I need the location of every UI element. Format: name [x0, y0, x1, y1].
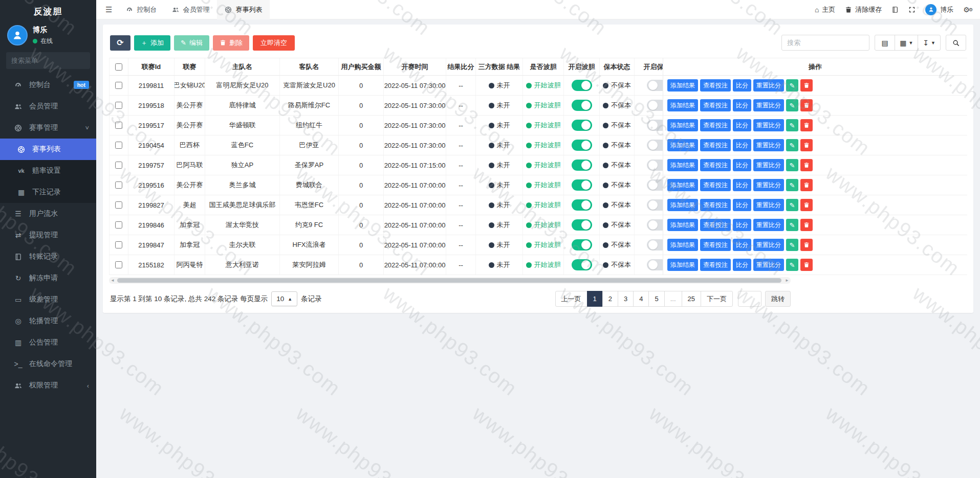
- sidebar-item-match-list[interactable]: 赛事列表: [0, 139, 96, 160]
- action-score-button[interactable]: 比分: [733, 79, 751, 92]
- columns-button[interactable]: ▦▼: [895, 35, 918, 51]
- action-score-button[interactable]: 比分: [733, 259, 751, 271]
- action-score-button[interactable]: 比分: [733, 99, 751, 111]
- bodan-toggle[interactable]: [572, 120, 592, 131]
- sidebar-item-unfreeze-apply[interactable]: ↻解冻申请: [0, 267, 96, 289]
- action-view-bets-button[interactable]: 查看投注: [700, 119, 731, 131]
- row-delete-button[interactable]: [800, 159, 813, 171]
- bodan-toggle[interactable]: [572, 140, 592, 151]
- action-reset-score-button[interactable]: 重置比分: [753, 199, 784, 211]
- row-checkbox[interactable]: [115, 261, 122, 268]
- row-delete-button[interactable]: [800, 179, 813, 191]
- action-reset-score-button[interactable]: 重置比分: [753, 79, 784, 92]
- row-delete-button[interactable]: [800, 259, 813, 271]
- sidebar-item-permission-mgmt[interactable]: 权限管理‹: [0, 375, 96, 396]
- bodan-toggle[interactable]: [572, 160, 592, 171]
- action-view-bets-button[interactable]: 查看投注: [700, 99, 731, 111]
- action-reset-score-button[interactable]: 重置比分: [753, 119, 784, 131]
- row-edit-button[interactable]: ✎: [786, 219, 798, 231]
- hamburger-icon[interactable]: ☰: [99, 5, 118, 14]
- select-all-checkbox[interactable]: [115, 63, 122, 71]
- paging-toggle-button[interactable]: ▤: [875, 35, 895, 51]
- export-button[interactable]: ↧▼: [918, 35, 941, 51]
- page-button-1[interactable]: 1: [587, 291, 603, 307]
- action-add-result-button[interactable]: 添加结果: [667, 79, 698, 92]
- bodan-toggle[interactable]: [572, 100, 592, 111]
- action-score-button[interactable]: 比分: [733, 219, 751, 231]
- action-view-bets-button[interactable]: 查看投注: [700, 179, 731, 191]
- row-checkbox[interactable]: [115, 241, 122, 248]
- action-add-result-button[interactable]: 添加结果: [667, 199, 698, 211]
- row-delete-button[interactable]: [800, 99, 813, 111]
- action-add-result-button[interactable]: 添加结果: [667, 119, 698, 131]
- sidebar-item-carousel-mgmt[interactable]: ◎轮播管理: [0, 310, 96, 332]
- page-button-3[interactable]: 3: [618, 291, 634, 307]
- action-add-result-button[interactable]: 添加结果: [667, 179, 698, 191]
- action-view-bets-button[interactable]: 查看投注: [700, 79, 731, 92]
- action-score-button[interactable]: 比分: [733, 179, 751, 191]
- page-button-25[interactable]: 25: [682, 291, 701, 307]
- row-edit-button[interactable]: ✎: [786, 179, 798, 191]
- sidebar-item-transfer-records[interactable]: 转账记录: [0, 246, 96, 267]
- action-add-result-button[interactable]: 添加结果: [667, 239, 698, 251]
- action-add-result-button[interactable]: 添加结果: [667, 259, 698, 271]
- scrollbar-thumb[interactable]: [117, 278, 781, 283]
- sidebar-item-level-diff-mgmt[interactable]: ▭级差管理: [0, 289, 96, 310]
- sidebar-item-withdraw-mgmt[interactable]: ⇄提现管理: [0, 224, 96, 246]
- prev-page-button[interactable]: 上一页: [555, 291, 587, 307]
- clear-all-button[interactable]: 立即清空: [253, 35, 295, 51]
- page-button-4[interactable]: 4: [633, 291, 649, 307]
- action-reset-score-button[interactable]: 重置比分: [753, 99, 784, 111]
- row-delete-button[interactable]: [800, 119, 813, 131]
- sidebar-item-match-mgmt[interactable]: 赛事管理˅: [0, 117, 96, 139]
- sidebar-item-console[interactable]: 控制台hot: [0, 74, 96, 96]
- row-edit-button[interactable]: ✎: [786, 239, 798, 251]
- user-menu[interactable]: 博乐: [925, 4, 953, 15]
- row-delete-button[interactable]: [800, 139, 813, 151]
- action-reset-score-button[interactable]: 重置比分: [753, 159, 784, 171]
- next-page-button[interactable]: 下一页: [701, 291, 733, 307]
- action-add-result-button[interactable]: 添加结果: [667, 139, 698, 151]
- scroll-left-arrow[interactable]: ◄: [109, 279, 116, 283]
- action-score-button[interactable]: 比分: [733, 239, 751, 251]
- refresh-button[interactable]: ⟳: [110, 35, 130, 51]
- menu-search-input[interactable]: [11, 57, 101, 64]
- action-add-result-button[interactable]: 添加结果: [667, 159, 698, 171]
- row-edit-button[interactable]: ✎: [786, 99, 798, 111]
- sidebar-item-online-command-mgmt[interactable]: >_在线命令管理: [0, 353, 96, 375]
- row-checkbox[interactable]: [115, 181, 122, 189]
- table-search-input[interactable]: [781, 35, 869, 51]
- row-checkbox[interactable]: [115, 82, 122, 89]
- action-score-button[interactable]: 比分: [733, 119, 751, 131]
- action-score-button[interactable]: 比分: [733, 139, 751, 151]
- scroll-right-arrow[interactable]: ►: [783, 279, 791, 283]
- settings-gears-icon[interactable]: ⚙⚙: [963, 6, 973, 14]
- tab-members[interactable]: 会员管理: [164, 0, 217, 19]
- chevron-left-icon[interactable]: ‹: [87, 382, 89, 390]
- action-reset-score-button[interactable]: 重置比分: [753, 259, 784, 271]
- page-ellipsis[interactable]: ...: [664, 291, 682, 307]
- action-reset-score-button[interactable]: 重置比分: [753, 179, 784, 191]
- row-checkbox[interactable]: [115, 122, 122, 129]
- action-view-bets-button[interactable]: 查看投注: [700, 199, 731, 211]
- action-reset-score-button[interactable]: 重置比分: [753, 219, 784, 231]
- row-delete-button[interactable]: [800, 79, 813, 92]
- page-button-2[interactable]: 2: [602, 291, 618, 307]
- row-delete-button[interactable]: [800, 219, 813, 231]
- bodan-toggle[interactable]: [572, 239, 592, 251]
- row-edit-button[interactable]: ✎: [786, 119, 798, 131]
- action-view-bets-button[interactable]: 查看投注: [700, 139, 731, 151]
- sidebar-item-odds-settings[interactable]: vk赔率设置: [0, 160, 96, 181]
- action-reset-score-button[interactable]: 重置比分: [753, 139, 784, 151]
- action-view-bets-button[interactable]: 查看投注: [700, 219, 731, 231]
- per-page-select[interactable]: 10▲: [271, 291, 297, 306]
- row-edit-button[interactable]: ✎: [786, 199, 798, 211]
- sidebar-item-notice-mgmt[interactable]: ▥公告管理: [0, 332, 96, 353]
- jump-page-input[interactable]: [738, 291, 761, 307]
- home-link[interactable]: ⌂主页: [815, 5, 835, 14]
- action-score-button[interactable]: 比分: [733, 199, 751, 211]
- horizontal-scrollbar[interactable]: ◄ ►: [109, 277, 791, 284]
- action-score-button[interactable]: 比分: [733, 159, 751, 171]
- row-delete-button[interactable]: [800, 199, 813, 211]
- row-edit-button[interactable]: ✎: [786, 259, 798, 271]
